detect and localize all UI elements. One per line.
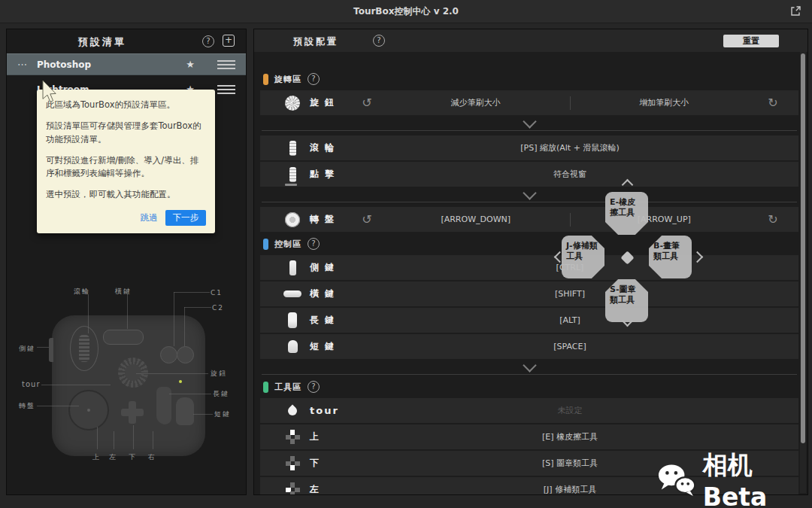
device-label-上: 上 (92, 452, 101, 462)
help-icon[interactable] (373, 35, 385, 47)
binding-value[interactable]: [E] 橡皮擦工具 (352, 431, 788, 443)
short-key-icon (288, 340, 298, 353)
app-title: TourBox控制中心 v 2.0 (0, 5, 812, 18)
help-icon[interactable] (308, 381, 320, 393)
config-row-label: tour (310, 405, 352, 416)
dpad-left-binding[interactable]: J-修補類工具 (562, 236, 604, 278)
chevron-right-icon (692, 251, 704, 263)
config-row: tour未設定 (260, 398, 798, 423)
binding-value[interactable]: [PS] 縮放(Alt + 滑鼠滾輪) (352, 142, 788, 154)
callout-line (37, 406, 79, 406)
favorite-star-icon[interactable] (186, 59, 195, 70)
config-row: 側鍵[CTRL] (260, 255, 798, 280)
device-label-短鍵: 短鍵 (214, 409, 231, 419)
section-header-控制區: 控制區 (263, 236, 798, 251)
device-dpad (121, 409, 144, 416)
help-icon[interactable] (308, 238, 320, 250)
dpad-preview-popup: E-橡皮擦工具 J-修補類工具 B-畫筆類工具 S-圖章類工具 (553, 178, 702, 328)
callout-line (41, 385, 111, 385)
side-key-icon (289, 260, 296, 275)
expand-chevron[interactable] (260, 188, 798, 200)
tooltip-paragraph: 選中預設，即可載入其功能配置。 (46, 188, 206, 201)
help-icon[interactable] (202, 35, 214, 47)
device-knob (118, 357, 148, 388)
config-row-label: 點擊 (310, 168, 352, 181)
config-row: 上[E] 橡皮擦工具 (260, 424, 798, 449)
preset-name: Photoshop (37, 59, 91, 70)
device-c1-button (160, 346, 177, 364)
dpad-down-icon (286, 456, 300, 470)
scroll-wheel-icon (289, 141, 296, 156)
device-label-長鍵: 長鍵 (213, 389, 229, 399)
onboarding-tooltip: 此區域為TourBox的預設清單區。預設清單區可存儲與管理多套TourBox的功… (37, 90, 215, 233)
mouse-cursor (41, 81, 59, 106)
section-label: 旋轉區 (274, 74, 301, 85)
config-row: 短鍵[SPACE] (260, 334, 798, 359)
config-row-label: 滾輪 (310, 141, 352, 154)
icon-wrap (283, 340, 302, 353)
config-row-label: 長鍵 (310, 314, 352, 327)
device-scroll-wheel (79, 335, 89, 362)
callout-line (193, 414, 213, 415)
icon-wrap (283, 167, 302, 182)
popout-icon[interactable] (790, 5, 801, 17)
icon-wrap (283, 456, 302, 470)
chevron-down-icon (523, 358, 536, 372)
device-label-下: 下 (129, 452, 137, 462)
chevron-down-icon (523, 186, 536, 199)
rotate-ccw-icon (352, 96, 382, 110)
expand-chevron[interactable] (260, 360, 798, 373)
dpad-up-binding[interactable]: E-橡皮擦工具 (605, 192, 648, 235)
preset-config-title: 預設配置 (293, 35, 338, 48)
device-label-右: 右 (148, 452, 156, 462)
icon-wrap (283, 96, 302, 111)
config-row-label: 下 (310, 457, 352, 470)
binding-value[interactable]: 增加筆刷大小 (571, 97, 759, 108)
tooltip-actions: 跳過 下一步 (46, 210, 206, 226)
icon-wrap (283, 260, 302, 275)
callout-line (136, 373, 208, 374)
callout-line (127, 294, 128, 329)
binding-value[interactable]: 未設定 (352, 405, 788, 416)
icon-wrap (283, 212, 302, 227)
skip-link[interactable]: 跳過 (141, 212, 158, 224)
callout-line (153, 431, 153, 449)
section-divider (262, 374, 797, 375)
preset-menu-icon[interactable] (217, 85, 235, 94)
dpad-up-icon (286, 430, 300, 444)
callout-line (37, 347, 49, 348)
tooltip-paragraph: 預設清單區可存儲與管理多套TourBox的功能預設清單。 (46, 120, 206, 146)
binding-value[interactable]: [ARROW_DOWN] (382, 214, 570, 224)
tour-logo-icon (286, 404, 299, 417)
callout-line (169, 394, 211, 394)
add-preset-icon[interactable] (223, 35, 235, 47)
dpad-left-icon (286, 482, 300, 495)
dial-icon (285, 212, 300, 227)
device-dial (68, 390, 109, 430)
device-c2-button (177, 346, 194, 364)
section-pill (263, 239, 268, 250)
callout-line (184, 307, 185, 346)
help-icon[interactable] (308, 73, 320, 85)
preset-menu-icon[interactable] (217, 60, 235, 69)
dpad-right-binding[interactable]: B-畫筆類工具 (649, 236, 692, 278)
device-label-左: 左 (109, 452, 117, 462)
config-row: 橫鍵[SHIFT] (260, 281, 798, 306)
config-row-label: 橫鍵 (310, 287, 352, 300)
chevron-up-icon (622, 179, 634, 191)
preset-item-photoshop[interactable]: Photoshop (7, 53, 246, 75)
binding-value[interactable]: [SPACE] (352, 342, 788, 351)
device-label-轉盤: 轉盤 (19, 401, 35, 411)
section-label: 工具區 (274, 382, 301, 393)
icon-wrap (283, 312, 302, 328)
watermark: 相机Beta (657, 449, 812, 508)
device-label-橫鍵: 橫鍵 (115, 287, 132, 297)
scrollbar-thumb[interactable] (801, 53, 805, 443)
tooltip-paragraph: 此區域為TourBox的預設清單區。 (46, 99, 206, 111)
binding-value[interactable]: 減少筆刷大小 (382, 97, 570, 108)
next-step-button[interactable]: 下一步 (165, 210, 207, 226)
expand-chevron[interactable] (260, 117, 798, 129)
reset-button[interactable]: 重置 (723, 35, 779, 47)
watermark-text: 相机Beta (703, 449, 812, 508)
device-illustration: 滾輪橫鍵C1C2側鍵tour轉盤旋鈕長鍵短鍵上左下右 (7, 272, 246, 494)
